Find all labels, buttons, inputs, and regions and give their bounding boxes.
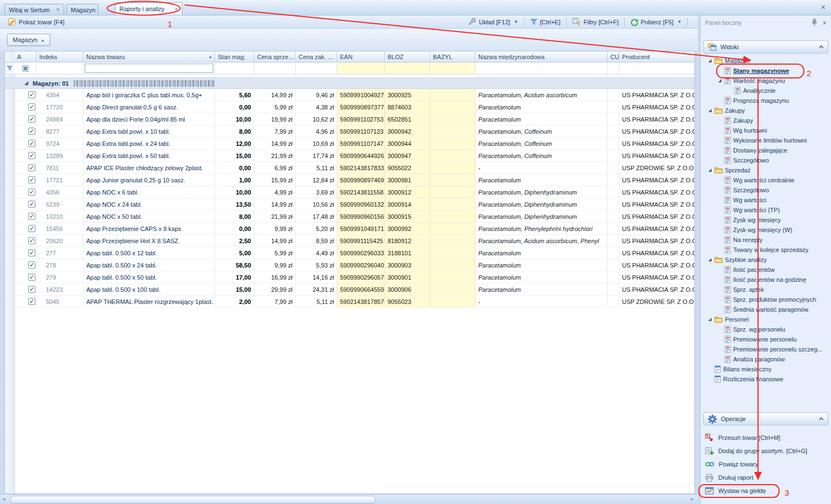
tree-item[interactable]: Ilość pacjentów na godzinę — [703, 275, 829, 285]
tree-item[interactable]: Ilość pacjentów — [703, 265, 829, 275]
cell-select[interactable]: ✓ — [14, 125, 36, 137]
operation-drukuj-raport[interactable]: Drukuj raport — [705, 471, 829, 484]
tree-item[interactable]: Dostawy zalegające — [703, 145, 829, 155]
filter-cell-ean[interactable] — [337, 62, 385, 74]
row-checkbox[interactable]: ✓ — [28, 213, 35, 220]
row-checkbox[interactable]: ✓ — [28, 140, 35, 147]
tree-item[interactable]: Wg wartości centralnie — [703, 175, 829, 185]
tab-raporty-i-analizy[interactable]: Raporty i analizy× — [115, 2, 182, 15]
row-checkbox[interactable]: ✓ — [28, 225, 35, 232]
tree-item[interactable]: Zakupy — [703, 116, 829, 125]
show-item-button[interactable]: Pokaż towar [F4] — [4, 17, 68, 27]
row-checkbox[interactable]: ✓ — [28, 164, 35, 171]
tree-item[interactable]: Szczegółowo — [703, 155, 829, 165]
expand-caret-icon[interactable] — [708, 317, 712, 322]
cell-select[interactable]: ✓ — [14, 259, 36, 271]
scrollbar-thumb[interactable] — [10, 496, 376, 503]
column-header-nazwa[interactable]: Nazwa towaru▲ — [83, 51, 215, 62]
tree-item[interactable]: Wg hurtowni — [703, 125, 829, 135]
table-row[interactable]: ✓4356Apap NOC x 6 tabl.10,004,99 zł3,69 … — [5, 186, 694, 198]
tree-item[interactable]: Zysk wg miesięcy (W) — [703, 225, 829, 235]
row-checkbox[interactable]: ✓ — [28, 91, 35, 98]
table-row[interactable]: ✓15456Apap Przeziębienie CAPS x 8 kaps0,… — [5, 223, 694, 235]
cell-select[interactable]: ✓ — [14, 138, 36, 149]
tree-item[interactable]: Zakupy — [703, 106, 829, 116]
row-checkbox[interactable]: ✓ — [28, 103, 35, 111]
nazwa-filter-input[interactable] — [85, 64, 213, 73]
tree-item[interactable]: Wg wartości (TP) — [703, 205, 829, 215]
layout-dropdown-icon[interactable]: ▼ — [514, 19, 519, 24]
cell-select[interactable]: ✓ — [14, 113, 36, 125]
table-row[interactable]: ✓13289Apap Extra tabl.powl. x 50 tabl.15… — [5, 150, 694, 162]
cell-select[interactable]: ✓ — [14, 247, 36, 259]
column-header-cena_zak[interactable]: Cena zak. … — [296, 51, 337, 62]
cell-select[interactable]: ✓ — [14, 174, 36, 186]
tree-item[interactable]: Średnia wartość paragonów — [703, 305, 829, 314]
tree-item[interactable]: Prognoza magazynu — [703, 96, 829, 106]
expand-caret-icon[interactable] — [718, 78, 722, 83]
tree-item[interactable]: Premiowanie personelu szczeg... — [703, 344, 829, 354]
scroll-left-icon[interactable]: ◂ — [3, 496, 6, 502]
row-checkbox[interactable]: ✓ — [28, 116, 35, 123]
group-by-magazyn-chip[interactable]: Magazyn ▲ — [7, 34, 50, 46]
tab-close-icon[interactable]: × — [56, 7, 60, 13]
tree-item[interactable]: Premiowanie personelu — [703, 334, 829, 344]
row-checkbox[interactable]: ✓ — [28, 298, 35, 305]
table-row[interactable]: ✓14223Apap tabl. 0.500 x 100 tabl.15,002… — [5, 284, 694, 296]
chevron-up-icon[interactable] — [819, 417, 824, 421]
close-icon[interactable]: × — [821, 3, 825, 11]
cell-select[interactable]: ✓ — [14, 162, 36, 174]
tree-item[interactable]: Bilans miesięczny — [703, 364, 829, 374]
table-row[interactable]: ✓20620Apap Przeziębienie Hot X 8 SASZ.2,… — [5, 235, 694, 247]
cell-select[interactable]: ✓ — [14, 271, 36, 283]
grid-group-row[interactable]: Magazyn: 01 — [5, 77, 694, 89]
filter-cell-bazyl[interactable] — [430, 62, 475, 74]
cell-select[interactable]: ✓ — [14, 186, 36, 198]
collapse-group-icon[interactable] — [24, 81, 29, 86]
views-section-header[interactable]: Widoki — [703, 40, 828, 54]
cell-select[interactable]: ✓ — [14, 89, 36, 101]
row-checkbox[interactable]: ✓ — [28, 128, 35, 135]
row-checkbox[interactable]: ✓ — [28, 152, 35, 159]
row-checkbox[interactable]: ✓ — [28, 201, 35, 208]
table-row[interactable]: ✓17720Apap Direct granulat 0,5 g 6 sasz.… — [5, 101, 694, 113]
chevron-up-icon[interactable] — [819, 45, 824, 49]
column-header-bloz[interactable]: BLOZ — [385, 51, 430, 62]
row-checkbox[interactable]: ✓ — [28, 286, 35, 293]
table-row[interactable]: ✓24984Apap dla dzieci Forte 0,04g/ml 85 … — [5, 113, 694, 125]
table-row[interactable]: ✓6239Apap NOC x 24 tabl.13,5014,99 zł10,… — [5, 198, 694, 211]
tree-item[interactable]: Sprz. wg personelu — [703, 324, 829, 334]
close-panel-icon[interactable]: × — [822, 19, 827, 27]
download-button[interactable]: Pobierz [F5] ▼ — [627, 17, 685, 27]
filter-cell-indeks[interactable] — [36, 62, 83, 74]
row-checkbox[interactable]: ✓ — [28, 274, 35, 281]
table-row[interactable]: ✓17721Apap Junior granulat 0,25 g 10 sas… — [5, 174, 694, 186]
cell-select[interactable]: ✓ — [14, 235, 36, 246]
table-row[interactable]: ✓4354Apap ból i gorączka C plus tabl.mus… — [5, 89, 694, 101]
tree-item[interactable]: Towary w kolejce sprzedaży — [703, 245, 829, 255]
table-row[interactable]: ✓277Apap tabl. 0.500 x 12 tabl.5,005,99 … — [5, 247, 694, 259]
row-checkbox[interactable]: ✓ — [28, 237, 35, 244]
tab-close-icon[interactable]: × — [175, 6, 178, 12]
table-row[interactable]: ✓279Apap tabl. 0.500 x 50 tabl.17,0016,9… — [5, 271, 694, 284]
table-row[interactable]: ✓9724Apap Extra tabl.powl. x 24 tabl.12,… — [5, 138, 694, 150]
table-row[interactable]: ✓8277Apap Extra tabl.powl. x 10 tabl.8,0… — [5, 125, 694, 138]
column-header-bazyl[interactable]: BAZYL — [430, 51, 475, 62]
column-header-cu[interactable]: CU — [608, 51, 619, 62]
cell-select[interactable]: ✓ — [14, 198, 36, 210]
tree-item[interactable]: Szybkie analizy — [703, 255, 829, 265]
operations-section-header[interactable]: Operacje — [703, 412, 828, 426]
tree-item[interactable]: Magazyn — [703, 56, 829, 66]
tree-item[interactable]: Sprz. produktów promocyjnych — [703, 295, 829, 305]
filter-cell-cena-sprzedazy[interactable] — [254, 62, 296, 74]
operation-powiaz-towary[interactable]: Powiąż towary — [705, 458, 829, 471]
filter-cell-producent[interactable] — [619, 62, 694, 74]
tree-item[interactable]: Stany magazynowe — [703, 66, 829, 76]
horizontal-scrollbar[interactable]: ◂ ▸ — [0, 494, 698, 504]
row-checkbox[interactable]: ✓ — [28, 249, 35, 256]
tree-item[interactable]: Sprz. aptek — [703, 285, 829, 295]
filter-cell-cu[interactable] — [608, 62, 619, 74]
layout-button[interactable]: Układ [F12] ▼ — [464, 17, 521, 27]
column-header-ean[interactable]: EAN — [337, 51, 385, 62]
column-header-cena_sprz[interactable]: Cena sprze… — [254, 51, 296, 62]
